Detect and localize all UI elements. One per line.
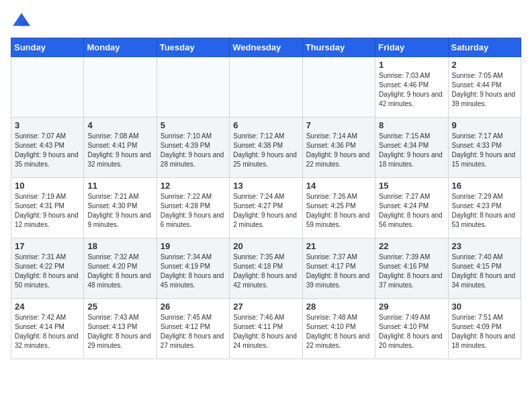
day-number: 11: [87, 181, 152, 191]
calendar-cell: 14Sunrise: 7:26 AM Sunset: 4:25 PM Dayli…: [302, 178, 375, 238]
day-info: Sunrise: 7:21 AM Sunset: 4:30 PM Dayligh…: [87, 192, 152, 230]
calendar-cell: 12Sunrise: 7:22 AM Sunset: 4:28 PM Dayli…: [157, 178, 229, 238]
calendar-cell: 18Sunrise: 7:32 AM Sunset: 4:20 PM Dayli…: [84, 238, 157, 299]
calendar-cell: 13Sunrise: 7:24 AM Sunset: 4:27 PM Dayli…: [230, 178, 302, 238]
calendar-cell: 25Sunrise: 7:43 AM Sunset: 4:13 PM Dayli…: [84, 299, 157, 359]
day-number: 15: [379, 181, 444, 191]
week-row-1: 1Sunrise: 7:03 AM Sunset: 4:46 PM Daylig…: [11, 57, 521, 118]
day-number: 23: [452, 241, 517, 251]
calendar-cell: 22Sunrise: 7:39 AM Sunset: 4:16 PM Dayli…: [375, 238, 448, 299]
day-info: Sunrise: 7:42 AM Sunset: 4:14 PM Dayligh…: [15, 313, 80, 351]
calendar-cell: 30Sunrise: 7:51 AM Sunset: 4:09 PM Dayli…: [448, 299, 521, 359]
calendar-cell: 27Sunrise: 7:46 AM Sunset: 4:11 PM Dayli…: [230, 299, 302, 359]
calendar-cell: 20Sunrise: 7:35 AM Sunset: 4:18 PM Dayli…: [230, 238, 302, 299]
day-number: 8: [379, 120, 444, 130]
day-info: Sunrise: 7:08 AM Sunset: 4:41 PM Dayligh…: [87, 132, 152, 169]
day-number: 22: [379, 241, 444, 251]
day-number: 19: [161, 241, 226, 251]
day-info: Sunrise: 7:45 AM Sunset: 4:12 PM Dayligh…: [161, 313, 226, 351]
day-number: 14: [306, 181, 371, 191]
calendar-cell: 2Sunrise: 7:05 AM Sunset: 4:44 PM Daylig…: [448, 57, 521, 118]
day-info: Sunrise: 7:48 AM Sunset: 4:10 PM Dayligh…: [306, 313, 371, 351]
calendar-cell: [84, 57, 157, 118]
calendar-cell: 23Sunrise: 7:40 AM Sunset: 4:15 PM Dayli…: [448, 238, 521, 299]
calendar-cell: 28Sunrise: 7:48 AM Sunset: 4:10 PM Dayli…: [302, 299, 375, 359]
day-info: Sunrise: 7:27 AM Sunset: 4:24 PM Dayligh…: [379, 192, 444, 230]
calendar-cell: 16Sunrise: 7:29 AM Sunset: 4:23 PM Dayli…: [448, 178, 521, 238]
day-number: 30: [452, 302, 517, 312]
calendar-cell: 15Sunrise: 7:27 AM Sunset: 4:24 PM Dayli…: [375, 178, 448, 238]
day-info: Sunrise: 7:17 AM Sunset: 4:33 PM Dayligh…: [452, 132, 517, 169]
calendar-cell: [157, 57, 229, 118]
day-header-sunday: Sunday: [11, 38, 84, 57]
day-number: 13: [233, 181, 298, 191]
calendar-cell: 6Sunrise: 7:12 AM Sunset: 4:38 PM Daylig…: [230, 118, 302, 178]
day-info: Sunrise: 7:43 AM Sunset: 4:13 PM Dayligh…: [87, 313, 152, 351]
day-number: 12: [161, 181, 226, 191]
calendar-cell: 29Sunrise: 7:49 AM Sunset: 4:10 PM Dayli…: [375, 299, 448, 359]
logo-icon: [11, 11, 32, 32]
calendar-cell: 1Sunrise: 7:03 AM Sunset: 4:46 PM Daylig…: [375, 57, 448, 118]
day-info: Sunrise: 7:49 AM Sunset: 4:10 PM Dayligh…: [379, 313, 444, 351]
calendar-cell: 17Sunrise: 7:31 AM Sunset: 4:22 PM Dayli…: [11, 238, 84, 299]
day-number: 9: [452, 120, 517, 130]
calendar-body: 1Sunrise: 7:03 AM Sunset: 4:46 PM Daylig…: [11, 57, 521, 359]
day-info: Sunrise: 7:35 AM Sunset: 4:18 PM Dayligh…: [233, 253, 298, 290]
calendar-cell: 10Sunrise: 7:19 AM Sunset: 4:31 PM Dayli…: [11, 178, 84, 238]
day-number: 4: [87, 120, 152, 130]
day-header-wednesday: Wednesday: [230, 38, 302, 57]
day-number: 7: [306, 120, 371, 130]
calendar-cell: [11, 57, 84, 118]
day-number: 18: [87, 241, 152, 251]
day-number: 16: [452, 181, 517, 191]
day-info: Sunrise: 7:31 AM Sunset: 4:22 PM Dayligh…: [15, 253, 80, 290]
day-number: 17: [15, 241, 80, 251]
day-number: 21: [306, 241, 371, 251]
day-info: Sunrise: 7:12 AM Sunset: 4:38 PM Dayligh…: [233, 132, 298, 169]
calendar-cell: 5Sunrise: 7:10 AM Sunset: 4:39 PM Daylig…: [157, 118, 229, 178]
day-info: Sunrise: 7:32 AM Sunset: 4:20 PM Dayligh…: [87, 253, 152, 290]
day-number: 26: [161, 302, 226, 312]
day-number: 20: [233, 241, 298, 251]
day-info: Sunrise: 7:22 AM Sunset: 4:28 PM Dayligh…: [161, 192, 226, 230]
day-info: Sunrise: 7:29 AM Sunset: 4:23 PM Dayligh…: [452, 192, 517, 230]
day-info: Sunrise: 7:26 AM Sunset: 4:25 PM Dayligh…: [306, 192, 371, 230]
calendar-cell: [230, 57, 302, 118]
week-row-2: 3Sunrise: 7:07 AM Sunset: 4:43 PM Daylig…: [11, 118, 521, 178]
day-info: Sunrise: 7:40 AM Sunset: 4:15 PM Dayligh…: [452, 253, 517, 290]
day-info: Sunrise: 7:14 AM Sunset: 4:36 PM Dayligh…: [306, 132, 371, 169]
day-header-friday: Friday: [375, 38, 448, 57]
calendar: SundayMondayTuesdayWednesdayThursdayFrid…: [11, 38, 521, 359]
week-row-3: 10Sunrise: 7:19 AM Sunset: 4:31 PM Dayli…: [11, 178, 521, 238]
day-info: Sunrise: 7:37 AM Sunset: 4:17 PM Dayligh…: [306, 253, 371, 290]
day-number: 3: [15, 120, 80, 130]
day-info: Sunrise: 7:03 AM Sunset: 4:46 PM Dayligh…: [379, 71, 444, 109]
calendar-cell: 7Sunrise: 7:14 AM Sunset: 4:36 PM Daylig…: [302, 118, 375, 178]
calendar-cell: [302, 57, 375, 118]
day-number: 6: [233, 120, 298, 130]
week-row-4: 17Sunrise: 7:31 AM Sunset: 4:22 PM Dayli…: [11, 238, 521, 299]
day-number: 29: [379, 302, 444, 312]
calendar-cell: 24Sunrise: 7:42 AM Sunset: 4:14 PM Dayli…: [11, 299, 84, 359]
page-header: [11, 11, 521, 32]
day-header-tuesday: Tuesday: [157, 38, 229, 57]
calendar-cell: 11Sunrise: 7:21 AM Sunset: 4:30 PM Dayli…: [84, 178, 157, 238]
day-header-thursday: Thursday: [302, 38, 375, 57]
calendar-cell: 26Sunrise: 7:45 AM Sunset: 4:12 PM Dayli…: [157, 299, 229, 359]
calendar-cell: 19Sunrise: 7:34 AM Sunset: 4:19 PM Dayli…: [157, 238, 229, 299]
calendar-cell: 9Sunrise: 7:17 AM Sunset: 4:33 PM Daylig…: [448, 118, 521, 178]
day-number: 2: [452, 60, 517, 70]
logo: [11, 11, 35, 32]
day-number: 24: [15, 302, 80, 312]
day-info: Sunrise: 7:07 AM Sunset: 4:43 PM Dayligh…: [15, 132, 80, 169]
day-info: Sunrise: 7:34 AM Sunset: 4:19 PM Dayligh…: [161, 253, 226, 290]
day-number: 1: [379, 60, 444, 70]
calendar-cell: 3Sunrise: 7:07 AM Sunset: 4:43 PM Daylig…: [11, 118, 84, 178]
day-number: 27: [233, 302, 298, 312]
day-info: Sunrise: 7:05 AM Sunset: 4:44 PM Dayligh…: [452, 71, 517, 109]
day-info: Sunrise: 7:19 AM Sunset: 4:31 PM Dayligh…: [15, 192, 80, 230]
calendar-cell: 8Sunrise: 7:15 AM Sunset: 4:34 PM Daylig…: [375, 118, 448, 178]
calendar-cell: 4Sunrise: 7:08 AM Sunset: 4:41 PM Daylig…: [84, 118, 157, 178]
calendar-cell: 21Sunrise: 7:37 AM Sunset: 4:17 PM Dayli…: [302, 238, 375, 299]
day-info: Sunrise: 7:51 AM Sunset: 4:09 PM Dayligh…: [452, 313, 517, 351]
